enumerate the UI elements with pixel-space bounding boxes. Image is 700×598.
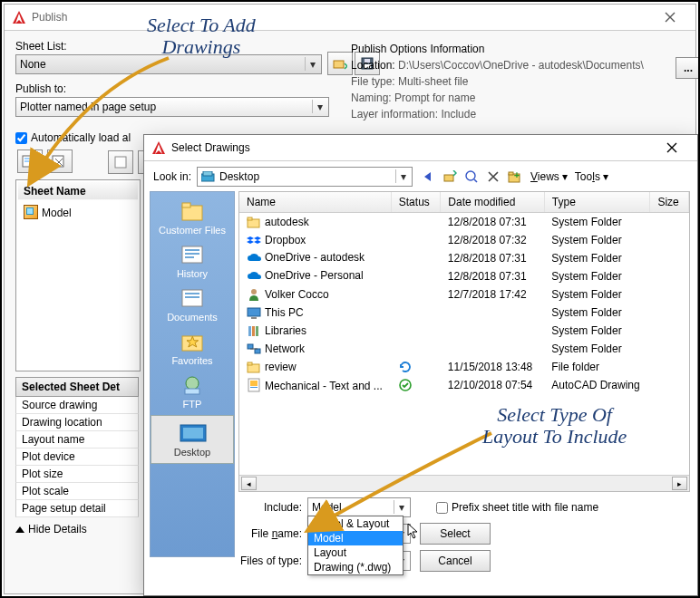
svg-rect-36 <box>248 217 252 220</box>
close-icon[interactable] <box>652 7 688 27</box>
sidebar-item-desktop[interactable]: Desktop <box>151 415 234 464</box>
file-type-icon <box>247 215 261 229</box>
close-icon[interactable] <box>654 138 690 158</box>
include-option[interactable]: Drawing (*.dwg) <box>308 560 403 574</box>
autocad-app-icon <box>151 140 166 155</box>
detail-row: Drawing location <box>15 414 139 431</box>
search-web-icon[interactable] <box>463 169 480 185</box>
file-row[interactable]: LibrariesSystem Folder <box>239 322 689 340</box>
sheet-row: Model <box>42 207 72 219</box>
look-in-value: Desktop <box>219 170 259 183</box>
select-drawings-dialog: Select Drawings Look in: Desktop ▾ + <box>143 134 698 596</box>
tools-menu[interactable]: Tools▾ <box>575 170 608 183</box>
back-icon[interactable] <box>420 169 436 185</box>
prefix-checkbox[interactable]: Prefix sheet title with file name <box>436 501 598 514</box>
col-date-modified[interactable]: Date modified <box>441 192 545 213</box>
col-type[interactable]: Type <box>544 192 650 213</box>
publish-to-value: Plotter named in page setup <box>20 101 156 113</box>
publish-to-label: Publish to: <box>15 82 329 95</box>
scroll-right-icon[interactable]: ▸ <box>672 477 687 490</box>
file-type-icon <box>247 287 261 302</box>
auto-load-check[interactable] <box>15 132 27 144</box>
select-button[interactable]: Select <box>420 523 491 545</box>
sidebar-label: Desktop <box>174 447 210 458</box>
svg-rect-29 <box>185 296 199 298</box>
publish-options-info: Publish Options Information Location: D:… <box>351 41 644 122</box>
sheet-list-combo[interactable]: None ▾ <box>15 54 322 74</box>
status-icon <box>398 378 413 392</box>
sidebar-item-ftp[interactable]: FTP <box>151 371 234 411</box>
sidebar-item-documents[interactable]: Documents <box>151 285 234 324</box>
svg-rect-47 <box>248 362 252 365</box>
file-type-icon <box>247 323 261 338</box>
file-row[interactable]: OneDrive - autodesk12/8/2018 07:31System… <box>239 249 689 267</box>
status-icon <box>398 360 413 374</box>
status-icon <box>398 287 413 302</box>
prefix-label: Prefix sheet title with file name <box>452 501 598 514</box>
svg-point-37 <box>251 289 257 294</box>
chevron-down-icon: ▾ <box>395 169 410 183</box>
location-label: Location: <box>351 59 395 72</box>
include-label: Include: <box>238 501 302 514</box>
file-row[interactable]: review11/15/2018 13:48File folder <box>239 358 689 376</box>
sidebar-icon <box>178 243 207 266</box>
svg-rect-39 <box>251 317 257 319</box>
status-icon <box>398 342 413 356</box>
look-in-combo[interactable]: Desktop ▾ <box>197 167 413 187</box>
sidebar-item-customer-files[interactable]: Customer Files <box>151 198 234 237</box>
remove-sheets-button[interactable] <box>47 150 73 173</box>
file-type-icon <box>247 305 261 320</box>
detail-row: Page setup detail <box>15 500 139 517</box>
svg-rect-32 <box>185 389 199 394</box>
add-sheets-button[interactable] <box>17 150 43 173</box>
sheet-name-col: Sheet Name <box>18 182 138 200</box>
file-row[interactable]: OneDrive - Personal12/8/2018 07:31System… <box>239 267 689 285</box>
include-dropdown-list[interactable]: Model & LayoutModelLayoutDrawing (*.dwg) <box>307 516 403 575</box>
file-row[interactable]: Volker Cocco12/7/2018 17:42System Folder <box>239 285 689 304</box>
triangle-up-icon <box>15 526 24 533</box>
svg-rect-26 <box>185 256 194 258</box>
col-name[interactable]: Name <box>239 192 391 213</box>
col-status[interactable]: Status <box>391 192 441 213</box>
publish-to-combo[interactable]: Plotter named in page setup ▾ <box>15 97 329 117</box>
publish-options-button[interactable]: ... <box>676 57 700 79</box>
detail-row: Layout name <box>15 431 139 448</box>
svg-rect-7 <box>24 158 32 159</box>
sidebar-item-history[interactable]: History <box>151 241 234 281</box>
file-type-icon <box>247 269 261 284</box>
file-list[interactable]: NameStatusDate modifiedTypeSize autodesk… <box>238 191 690 492</box>
file-row[interactable]: Mechanical - Text and ...12/10/2018 07:5… <box>239 376 689 394</box>
open-sheetlist-button[interactable] <box>327 52 353 75</box>
prefix-check[interactable] <box>436 502 448 514</box>
svg-rect-10 <box>115 157 126 168</box>
sheet-list-value: None <box>20 58 46 71</box>
cursor-icon <box>407 523 420 539</box>
toolbar-button[interactable] <box>108 150 133 174</box>
new-folder-icon[interactable]: + <box>507 169 523 185</box>
sidebar-item-favorites[interactable]: Favorites <box>151 328 234 368</box>
file-row[interactable]: This PCSystem Folder <box>239 304 689 322</box>
include-combo[interactable]: Model ▾ <box>307 497 411 517</box>
horizontal-scrollbar[interactable]: ◂ ▸ <box>239 475 689 491</box>
status-icon <box>398 305 413 320</box>
svg-rect-38 <box>248 308 260 316</box>
scroll-left-icon[interactable]: ◂ <box>241 477 257 490</box>
select-titlebar: Select Drawings <box>144 135 697 161</box>
hide-details-label: Hide Details <box>28 523 87 535</box>
views-menu[interactable]: Views▾ <box>530 170 568 183</box>
sheet-list-label: Sheet List: <box>15 40 322 53</box>
sidebar-icon <box>178 199 207 223</box>
cancel-button[interactable]: Cancel <box>420 550 491 572</box>
include-option[interactable]: Layout <box>308 545 403 560</box>
col-size[interactable]: Size <box>650 192 689 213</box>
filesoftype-label: Files of type: <box>238 555 302 567</box>
delete-icon[interactable] <box>485 169 501 185</box>
up-level-icon[interactable] <box>442 169 458 185</box>
svg-rect-2 <box>334 61 344 68</box>
include-option[interactable]: Model <box>308 531 403 545</box>
file-row[interactable]: autodesk12/8/2018 07:31System Folder <box>239 213 689 232</box>
file-row[interactable]: Dropbox12/8/2018 07:32System Folder <box>239 231 689 249</box>
file-row[interactable]: NetworkSystem Folder <box>239 340 689 358</box>
include-option[interactable]: Model & Layout <box>308 516 403 531</box>
sheet-grid[interactable]: Sheet Name Model <box>15 179 141 371</box>
